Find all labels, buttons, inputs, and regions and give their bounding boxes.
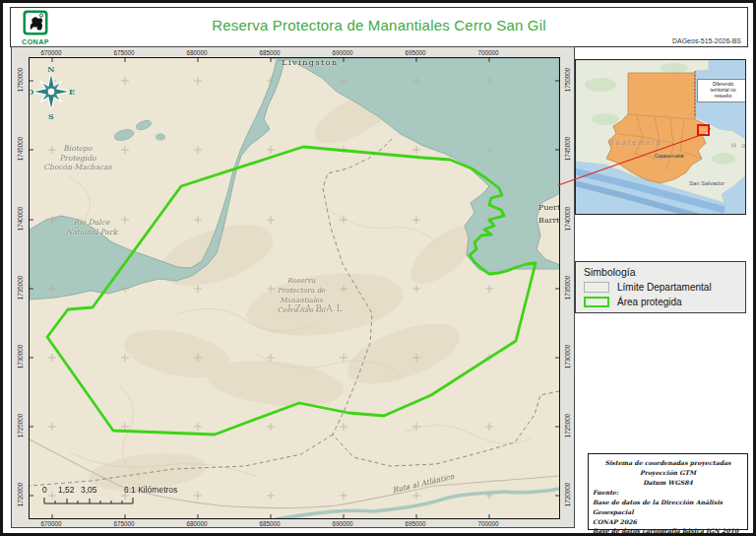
axis-label-y: 1745000 [17, 137, 24, 162]
crs-line: Sistema de coordenadas proyectadas [593, 458, 743, 468]
axis-label-x: 685000 [259, 520, 280, 527]
axis-label-y: 1720000 [564, 483, 571, 507]
inset-country-label: Guatemala [608, 140, 662, 147]
label-biotopo: Biotopo Protegido Chocón-Machacas [38, 145, 117, 171]
map-document: CONAP Reserva Protectora de Manantiales … [0, 0, 756, 536]
axis-label-x: 675000 [113, 49, 134, 56]
axis-label-x: 685000 [259, 49, 280, 56]
source-line-2: CONAP 2026 [593, 517, 743, 527]
axis-label-x: 675000 [113, 520, 134, 527]
axis-label-x: 700000 [477, 520, 498, 527]
label-puerto-barrios: Puerto Barrios [538, 204, 560, 225]
legend-title: Simbología [584, 266, 745, 278]
legend-item-area-protegida: Área protegida [584, 296, 745, 310]
scalebar-1: 1,52 [58, 485, 75, 495]
svg-text:E: E [69, 87, 75, 97]
scalebar-3: 6.1 Kilómetros [124, 485, 177, 495]
axis-label-y: 1735000 [17, 276, 24, 301]
axis-label-x: 670000 [40, 49, 61, 56]
axis-label-y: 1745000 [564, 137, 571, 162]
source-line-3: Base de datos cartografía básica IGN 201… [593, 526, 743, 536]
axis-label-x: 695000 [405, 520, 425, 527]
axis-label-y: 1750000 [17, 68, 24, 93]
info-box: Sistema de coordenadas proyectadas Proye… [588, 453, 748, 530]
inset-map: Guatemala Guatemala San Salvador H o Dif… [575, 59, 746, 215]
fuente-label: Fuente: [593, 488, 743, 498]
axis-label-y: 1740000 [17, 207, 24, 232]
axis-label-y: 1740000 [564, 207, 571, 232]
axis-label-y: 1735000 [564, 276, 571, 301]
axis-label-x: 700000 [477, 49, 498, 56]
label-izabal: IZABAL [278, 304, 356, 313]
header: CONAP Reserva Protectora de Manantiales … [10, 7, 748, 47]
legend: Simbología Límite Departamental Área pro… [575, 261, 746, 313]
axis-label-x: 695000 [405, 49, 425, 56]
svg-text:N: N [47, 64, 54, 74]
axis-label-y: 1720000 [17, 483, 24, 507]
inset-note-box: Diferendo territorial no resuelto [697, 79, 746, 102]
map-block: 6700006700006750006750006800006800006850… [11, 46, 575, 528]
axis-label-x: 670000 [40, 520, 61, 527]
axis-label-y: 1730000 [17, 345, 24, 369]
main-map: N S E O Livingston Biotopo Protegido Cho… [29, 57, 560, 519]
scalebar: 0 1,52 3,05 6.1 Kilómetros [39, 485, 236, 512]
inset-honduras-label: H o [731, 143, 746, 150]
conap-logo-text: CONAP [19, 38, 52, 45]
department-boundary-swatch [584, 282, 609, 293]
axis-label-x: 680000 [186, 520, 207, 527]
axis-label-y: 1750000 [564, 68, 571, 93]
axis-label-x: 690000 [332, 49, 352, 56]
doc-code: DAGeos-515-2026-BS [672, 37, 741, 44]
compass-rose: N S E O [30, 64, 75, 121]
page-title: Reserva Protectora de Manantiales Cerro … [11, 17, 747, 34]
source-line-1: Base de datos de la Dirección Análisis G… [593, 498, 743, 517]
scalebar-2: 3,05 [81, 485, 97, 495]
sea-bahia-amatique [270, 58, 559, 275]
svg-text:O: O [30, 87, 34, 97]
projection-line: Proyección GTM [593, 468, 743, 478]
axis-label-y: 1725000 [17, 414, 24, 438]
inset-san-salvador-label: San Salvador [689, 180, 724, 186]
river-bottom [276, 489, 559, 518]
small-lagoons [113, 119, 164, 143]
svg-text:S: S [48, 111, 54, 121]
legend-item-limite: Límite Departamental [584, 281, 745, 296]
label-livingston: Livingston [266, 59, 354, 67]
axis-label-y: 1730000 [564, 345, 571, 369]
protected-area-swatch [584, 297, 609, 307]
scalebar-0: 0 [42, 485, 47, 495]
inset-city-label: Guatemala [655, 153, 683, 159]
axis-label-x: 690000 [332, 520, 352, 527]
axis-label-x: 680000 [186, 49, 207, 56]
axis-label-y: 1725000 [564, 414, 571, 438]
datum-line: Datum WGS84 [593, 478, 743, 488]
label-rio-dulce: Río Dulce National Park [52, 219, 131, 235]
